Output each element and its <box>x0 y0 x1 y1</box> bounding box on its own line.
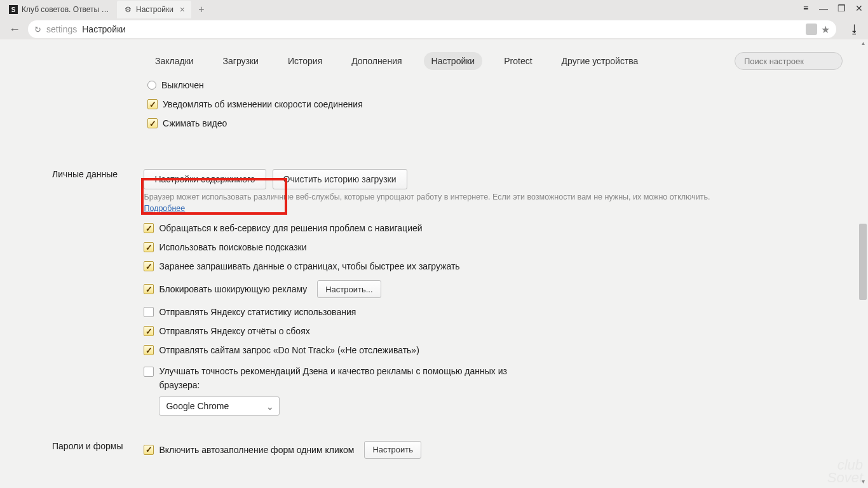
checkbox-icon <box>144 307 154 317</box>
checkbox-block-shocking[interactable]: Блокировать шокирующую рекламу Настроить… <box>144 280 715 298</box>
radio-icon <box>147 81 156 90</box>
checkbox-icon <box>147 99 158 109</box>
tab-favicon-icon: S <box>9 5 18 14</box>
url-main: Настройки <box>82 24 126 34</box>
checkbox-search-hints[interactable]: Использовать поисковые подсказки <box>144 242 715 252</box>
new-tab-button[interactable]: + <box>194 2 209 17</box>
option-label: Выключен <box>161 80 204 90</box>
minimize-icon[interactable]: — <box>817 3 830 14</box>
checkbox-autofill[interactable]: Включить автозаполнение форм одним клико… <box>144 441 715 459</box>
content-settings-button[interactable]: Настройки содержимого <box>144 169 266 189</box>
checkbox-nav-webservice[interactable]: Обращаться к веб-сервису для решения про… <box>144 223 715 233</box>
section-personal-label: Личные данные <box>52 169 141 179</box>
checkbox-icon <box>144 242 154 252</box>
browser-tab-active[interactable]: ⚙ Настройки × <box>117 1 191 18</box>
more-link[interactable]: Подробнее <box>144 204 185 213</box>
option-label: Блокировать шокирующую рекламу <box>159 284 307 294</box>
tab-addons[interactable]: Дополнения <box>344 52 409 70</box>
search-settings-input[interactable] <box>735 52 843 70</box>
close-window-icon[interactable]: ✕ <box>853 3 865 14</box>
url-prefix: settings <box>46 24 77 34</box>
checkbox-icon <box>144 345 154 355</box>
address-bar[interactable]: ↻ settings Настройки ★ <box>28 20 836 38</box>
configure-shocking-button[interactable]: Настроить... <box>317 280 381 298</box>
watermark: club Sovet <box>827 459 863 484</box>
reload-icon[interactable]: ↻ <box>34 25 41 34</box>
select-value: Google Chrome <box>166 399 229 413</box>
option-label: Использовать поисковые подсказки <box>159 242 306 252</box>
browser-tab[interactable]: S Клуб советов. Ответы на вс <box>3 1 117 18</box>
bookmark-star-icon[interactable]: ★ <box>821 24 830 36</box>
tab-title: Настройки <box>136 5 173 14</box>
checkbox-icon <box>147 118 158 128</box>
checkbox-send-crash[interactable]: Отправлять Яндексу отчёты о сбоях <box>144 326 715 336</box>
back-button[interactable]: ← <box>8 22 22 36</box>
scrollbar-thumb[interactable] <box>859 224 867 300</box>
checkbox-icon <box>144 326 154 336</box>
close-icon[interactable]: × <box>180 4 185 15</box>
tab-title: Клуб советов. Ответы на вс <box>22 5 111 14</box>
tab-history[interactable]: История <box>280 52 330 70</box>
tab-bookmarks[interactable]: Закладки <box>147 52 201 70</box>
section-passwords-label: Пароли и формы <box>52 441 141 451</box>
browser-select[interactable]: Google Chrome <box>159 396 280 416</box>
maximize-icon[interactable]: ❐ <box>835 3 848 14</box>
scrollbar[interactable]: ▴ ▾ <box>858 39 868 488</box>
shield-icon[interactable] <box>806 24 817 35</box>
option-label: Сжимать видео <box>163 118 227 128</box>
gear-icon: ⚙ <box>123 5 132 14</box>
settings-toolbar: Закладки Загрузки История Дополнения Нас… <box>0 39 868 80</box>
scroll-up-icon[interactable]: ▴ <box>858 39 868 50</box>
option-label: Отправлять Яндексу статистику использова… <box>159 307 356 317</box>
downloads-icon[interactable]: ⭳ <box>849 23 860 36</box>
menu-icon[interactable]: ≡ <box>799 3 812 14</box>
option-label: Включить автозаполнение форм одним клико… <box>159 445 354 455</box>
checkbox-icon <box>144 261 154 271</box>
checkbox-prefetch[interactable]: Заранее запрашивать данные о страницах, … <box>144 261 715 271</box>
checkbox-zen-accuracy[interactable] <box>144 367 154 377</box>
checkbox-icon <box>144 223 154 233</box>
checkbox-compress-video[interactable]: Сжимать видео <box>147 118 843 128</box>
personal-hint: Браузер может использовать различные веб… <box>144 192 715 214</box>
tab-settings[interactable]: Настройки <box>424 52 483 70</box>
checkbox-icon <box>144 445 154 455</box>
checkbox-notify-speed[interactable]: Уведомлять об изменении скорости соедине… <box>147 99 843 109</box>
checkbox-dnt[interactable]: Отправлять сайтам запрос «Do Not Track» … <box>144 345 715 355</box>
tab-protect[interactable]: Protect <box>496 52 539 70</box>
option-label: Заранее запрашивать данные о страницах, … <box>159 261 459 271</box>
configure-autofill-button[interactable]: Настроить <box>364 441 421 459</box>
checkbox-send-stats[interactable]: Отправлять Яндексу статистику использова… <box>144 307 715 317</box>
checkbox-icon <box>144 284 154 294</box>
clear-history-button[interactable]: Очистить историю загрузки <box>273 169 407 189</box>
option-label: Улучшать точность рекомендаций Дзена и к… <box>159 366 507 390</box>
tab-downloads[interactable]: Загрузки <box>215 52 266 70</box>
option-label: Отправлять Яндексу отчёты о сбоях <box>159 326 309 336</box>
radio-turbo-off[interactable]: Выключен <box>147 80 843 90</box>
option-label: Обращаться к веб-сервису для решения про… <box>159 223 422 233</box>
option-label: Отправлять сайтам запрос «Do Not Track» … <box>159 345 419 355</box>
option-label: Уведомлять об изменении скорости соедине… <box>163 99 363 109</box>
tab-other-devices[interactable]: Другие устройства <box>554 52 646 70</box>
